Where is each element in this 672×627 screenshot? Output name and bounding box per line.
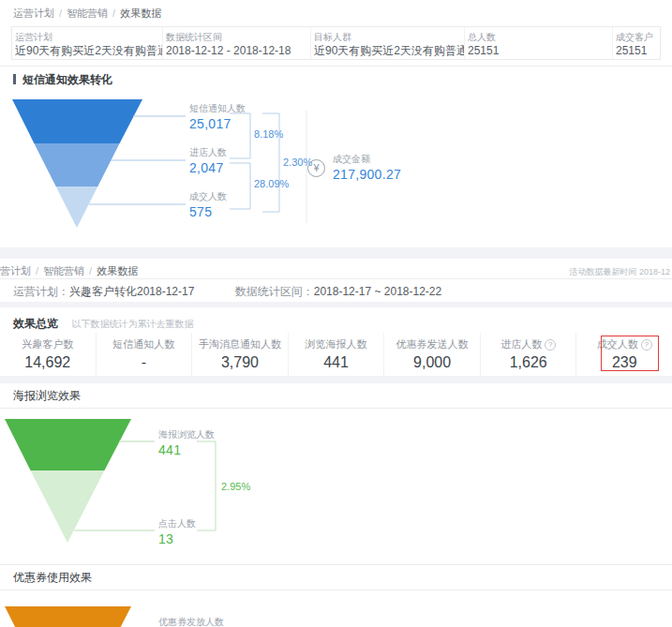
dashboard-page: 运营计划/智能营销/效果数据 运营计划 近90天有购买近2天没有购普通 数据统计… bbox=[0, 0, 672, 627]
meta-range-value: 2018-12-17 ~ 2018-12-22 bbox=[314, 285, 441, 298]
field-label: 运营计划 bbox=[15, 32, 162, 42]
title-bar-decoration bbox=[13, 74, 16, 84]
breadcrumb-item-marketing[interactable]: 智能营销 bbox=[43, 265, 84, 276]
stat-value: 9,000 bbox=[384, 354, 480, 371]
funnel-level-deal: 成交人数 575 bbox=[189, 191, 227, 219]
stat-poster-viewers: 浏览海报人数 441 bbox=[288, 333, 384, 376]
stat-value: 441 bbox=[289, 354, 384, 371]
overview-title-row: 效果总览 以下数据统计为累计去重数据 bbox=[0, 307, 672, 333]
deal-amount-block: ¥ 成交金额 217,900.27 bbox=[307, 154, 401, 182]
field-value: 25151 bbox=[616, 45, 660, 57]
stat-label: 手淘消息通知人数 bbox=[192, 338, 288, 351]
funnel-svg-coupon bbox=[0, 590, 672, 627]
breadcrumb-report2: 营计划/智能营销/效果数据 活动数据最新时间 2018-12 bbox=[0, 259, 672, 279]
section-title-coupon: 优惠券使用效果 bbox=[0, 564, 672, 590]
breadcrumb-item-marketing[interactable]: 智能营销 bbox=[67, 7, 108, 19]
stat-label: 优惠券发送人数 bbox=[384, 338, 480, 351]
level-value: 2,047 bbox=[189, 161, 227, 175]
level-label: 点击人数 bbox=[158, 518, 196, 530]
campaign-summary-card: 运营计划 近90天有购买近2天没有购普通 数据统计区间 2018-12-12 -… bbox=[11, 26, 661, 60]
level-label: 海报浏览人数 bbox=[158, 429, 215, 440]
breadcrumb-item-plan[interactable]: 营计划 bbox=[0, 265, 31, 276]
section-title-poster: 海报浏览效果 bbox=[0, 383, 672, 409]
stat-app-message-notified: 手淘消息通知人数 3,790 bbox=[191, 333, 288, 376]
level-value: 25,017 bbox=[189, 117, 246, 131]
sms-conversion-section: 短信通知效果转化 短信通知人数 25,017 进店人数 2,047 bbox=[0, 66, 672, 247]
deal-amount-value: 217,900.27 bbox=[333, 168, 401, 182]
coupon-funnel-chart: 优惠券发放人数 9,000 bbox=[0, 590, 672, 627]
stat-store-visitors: 进店人数? 1,626 bbox=[480, 333, 576, 376]
funnel-svg-poster bbox=[0, 409, 672, 559]
breadcrumb-current: 效果数据 bbox=[120, 7, 161, 19]
stat-label: 进店人数? bbox=[481, 338, 576, 351]
breadcrumb-separator: / bbox=[36, 265, 38, 276]
stat-deal-customers: 成交人数? 239 bbox=[575, 333, 672, 376]
funnel-level-poster-views: 海报浏览人数 441 bbox=[158, 429, 215, 457]
summary-field-date-range: 数据统计区间 2018-12-12 - 2018-12-18 bbox=[162, 27, 310, 59]
report2-meta-row: 运营计划：兴趣客户转化2018-12-17 数据统计区间：2018-12-17 … bbox=[0, 279, 672, 302]
breadcrumb-separator: / bbox=[59, 7, 62, 19]
stat-value: 14,692 bbox=[0, 354, 96, 371]
breadcrumb-current: 效果数据 bbox=[97, 265, 138, 276]
field-value: 近90天有购买近2天没有购普通客户 bbox=[314, 45, 464, 57]
deal-amount-label: 成交金额 bbox=[333, 154, 401, 165]
yen-circle-icon: ¥ bbox=[307, 159, 325, 177]
level-label: 成交人数 bbox=[189, 191, 227, 202]
level-value: 13 bbox=[158, 532, 196, 546]
funnel-level-notified: 短信通知人数 25,017 bbox=[189, 103, 246, 131]
stat-interest-customers: 兴趣客户数 14,692 bbox=[0, 333, 96, 376]
breadcrumb-report1: 运营计划/智能营销/效果数据 bbox=[0, 0, 672, 22]
conversion-rate-poster: 2.95% bbox=[221, 481, 250, 492]
field-value: 25151 bbox=[468, 45, 612, 57]
stat-sms-notified: 短信通知人数 - bbox=[96, 333, 192, 376]
breadcrumb-item-plan[interactable]: 运营计划 bbox=[13, 7, 54, 19]
field-label: 总人数 bbox=[468, 32, 612, 42]
stat-value: 239 bbox=[576, 354, 672, 371]
meta-plan-label: 运营计划： bbox=[13, 285, 69, 298]
poster-funnel-chart: 海报浏览人数 441 点击人数 13 2.95% bbox=[0, 409, 672, 559]
stat-label: 兴趣客户数 bbox=[0, 338, 96, 351]
coupon-section: 优惠券使用效果 优惠券发放人数 9,000 bbox=[0, 564, 672, 627]
funnel-level-coupon-issued: 优惠券发放人数 9,000 bbox=[158, 617, 224, 627]
info-circle-icon[interactable]: ? bbox=[641, 339, 652, 351]
funnel-level-visited: 进店人数 2,047 bbox=[189, 147, 227, 175]
meta-plan-value: 兴趣客户转化2018-12-17 bbox=[69, 285, 194, 298]
poster-section: 海报浏览效果 海报浏览人数 441 点击人数 13 2.95% bbox=[0, 383, 672, 559]
data-updated-timestamp: 活动数据最新时间 2018-12 bbox=[569, 266, 670, 278]
field-label: 目标人群 bbox=[314, 32, 464, 42]
summary-field-plan: 运营计划 近90天有购买近2天没有购普通 bbox=[12, 27, 162, 59]
conversion-rate-step1: 8.18% bbox=[254, 128, 283, 140]
stat-label: 浏览海报人数 bbox=[289, 338, 384, 351]
conversion-rate-step2: 28.09% bbox=[254, 178, 289, 189]
summary-field-deal-customers: 成交客户 25151 bbox=[612, 27, 660, 59]
level-value: 575 bbox=[189, 205, 227, 219]
section-gap bbox=[0, 247, 672, 259]
breadcrumb-separator: / bbox=[89, 265, 92, 276]
field-value: 近90天有购买近2天没有购普通 bbox=[15, 45, 162, 57]
meta-range-label: 数据统计区间： bbox=[235, 285, 314, 298]
stat-value: 1,626 bbox=[481, 354, 576, 371]
field-value: 2018-12-12 - 2018-12-18 bbox=[166, 45, 310, 57]
section-title-text: 短信通知效果转化 bbox=[22, 73, 112, 86]
level-label: 进店人数 bbox=[189, 147, 227, 158]
stat-value: 3,790 bbox=[192, 354, 288, 371]
stat-value: - bbox=[97, 354, 192, 371]
field-label: 成交客户 bbox=[616, 32, 660, 42]
summary-field-total: 总人数 25151 bbox=[464, 27, 612, 59]
summary-field-audience: 目标人群 近90天有购买近2天没有购普通客户 bbox=[310, 27, 464, 59]
funnel-level-clicks: 点击人数 13 bbox=[158, 518, 196, 546]
level-value: 441 bbox=[158, 443, 215, 457]
overview-note: 以下数据统计为累计去重数据 bbox=[71, 319, 193, 329]
stat-coupon-sent: 优惠券发送人数 9,000 bbox=[383, 333, 480, 376]
stat-label: 成交人数? bbox=[576, 338, 672, 351]
section-title-sms: 短信通知效果转化 bbox=[0, 67, 672, 86]
info-circle-icon[interactable]: ? bbox=[545, 339, 556, 351]
sms-funnel-chart: 短信通知人数 25,017 进店人数 2,047 成交人数 575 8.18% … bbox=[0, 90, 672, 247]
field-label: 数据统计区间 bbox=[166, 32, 310, 42]
level-label: 优惠券发放人数 bbox=[158, 617, 224, 627]
breadcrumb-separator: / bbox=[112, 7, 115, 19]
overview-stats-row: 兴趣客户数 14,692 短信通知人数 - 手淘消息通知人数 3,790 浏览海… bbox=[0, 333, 672, 376]
level-label: 短信通知人数 bbox=[189, 103, 246, 114]
section-gap bbox=[0, 376, 672, 383]
stat-label: 短信通知人数 bbox=[97, 338, 192, 351]
